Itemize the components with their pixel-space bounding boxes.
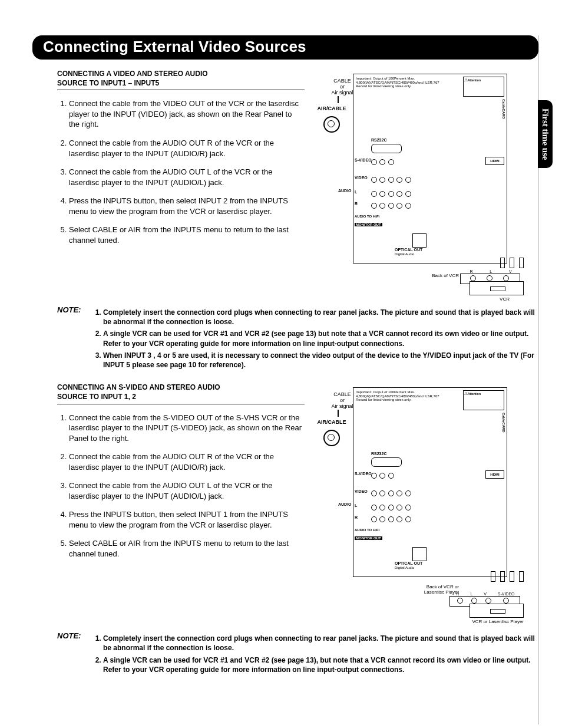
air-cable-label: AIR/CABLE [314, 419, 349, 425]
device-a: VCR [447, 281, 524, 302]
cable-l2: or [340, 397, 345, 403]
cable-l3: Air signal [331, 403, 353, 409]
step: Press the INPUTS button, then select INP… [69, 509, 305, 530]
audio-l-ports [371, 502, 411, 513]
note-label: NOTE: [57, 305, 90, 314]
output-labels: R L V [461, 269, 520, 274]
figure-a-box: CABLE or Air signal AIR/CABLE Important:… [312, 69, 524, 302]
out-l: L [470, 592, 472, 596]
antenna-icon [338, 410, 339, 417]
plugs [491, 571, 524, 582]
coax-port-icon [323, 430, 340, 446]
note-b-body: Completely insert the connection cord pl… [90, 631, 538, 677]
section-b-heading: CONNECTING AN S-VIDEO AND STEREO AUDIO S… [57, 383, 305, 404]
svideo-ports [371, 157, 394, 167]
out-r: R [456, 592, 459, 596]
section-b-text: CONNECTING AN S-VIDEO AND STEREO AUDIO S… [32, 383, 309, 567]
step: Connect the cable from the S-VIDEO OUT o… [69, 413, 305, 444]
video-ports [371, 488, 411, 499]
step: Select CABLE or AIR from the INPUTS menu… [69, 225, 305, 245]
audio-l-ports [371, 189, 411, 199]
figure-b-box: CABLE or Air signal AIR/CABLE Important:… [312, 383, 524, 624]
rs232c-label: RS232C [371, 452, 386, 456]
step: Select CABLE or AIR from the INPUTS menu… [69, 538, 305, 559]
out-v: V [509, 269, 512, 274]
output-labels: R L V S-VIDEO [451, 592, 520, 596]
note-label: NOTE: [57, 631, 90, 640]
step: Press the INPUTS button, then select INP… [69, 196, 305, 216]
audio-label: AUDIO [338, 189, 352, 193]
cable-l1: CABLE [333, 78, 351, 84]
optical-label: OPTICAL OUT Digital Audio [395, 561, 422, 569]
panel-caption: Important: Output of 100Percent Max. 4,8… [356, 390, 444, 402]
note-item: When INPUT 3 , 4 or 5 are used, it is ne… [103, 351, 538, 370]
out-v: V [484, 592, 487, 596]
heading-line: SOURCE TO INPUT 1, 2 [57, 393, 136, 401]
step: Connect the cable from the AUDIO OUT R o… [69, 138, 305, 159]
rear-panel: Important: Output of 100Percent Max. 4,8… [353, 74, 507, 263]
optical-sub: Digital Audio [395, 566, 414, 569]
audio-hifi-label: AUDIO TO HiFi [355, 215, 379, 218]
device-a-label: VCR [447, 297, 524, 302]
audio-l-label: L [355, 503, 357, 508]
svideo-label: S-VIDEO [355, 158, 372, 162]
out-svideo: S-VIDEO [498, 592, 515, 596]
optical-port-icon [412, 233, 427, 248]
step: Connect the cable from the AUDIO OUT R o… [69, 452, 305, 472]
heading-line: SOURCE TO INPUT1 – INPUT5 [57, 79, 159, 87]
heading-line: CONNECTING AN S-VIDEO AND STEREO AUDIO [57, 383, 220, 391]
svideo-ports [371, 470, 394, 481]
note-a: NOTE: Completely insert the connection c… [32, 305, 538, 372]
note-item: A single VCR can be used for VCR #1 and … [103, 655, 538, 674]
air-cable-label: AIR/CABLE [314, 106, 349, 111]
video-label: VIDEO [355, 489, 368, 493]
cable-l3: Air signal [331, 90, 353, 95]
step: Connect the cable from the VIDEO OUT of … [69, 98, 305, 130]
device-b-label: VCR or Laserdisc Player [447, 619, 524, 624]
section-b-steps: Connect the cable from the S-VIDEO OUT o… [57, 413, 305, 559]
rs232c-port-icon [371, 144, 402, 153]
out-r: R [470, 269, 472, 274]
vcr-icon [470, 281, 524, 295]
out-l: L [490, 269, 492, 274]
attention-box: ⚠Attention [463, 77, 504, 97]
video-ports [371, 174, 411, 185]
monitor-out-label: MONITOR OUT [355, 223, 382, 226]
note-item: A single VCR can be used for VCR #1 and … [103, 329, 538, 348]
side-tab: First time use [538, 100, 553, 168]
video-label: VIDEO [355, 176, 368, 180]
optical-out: OPTICAL OUT [395, 248, 422, 252]
figure-b: CABLE or Air signal AIR/CABLE Important:… [312, 383, 538, 624]
rs232c-port-icon [371, 457, 402, 467]
device-b: VCR or Laserdisc Player [447, 604, 524, 624]
plugs [500, 258, 524, 268]
page-title: Connecting External Video Sources [32, 35, 538, 60]
section-a-heading: CONNECTING A VIDEO AND STEREO AUDIO SOUR… [57, 69, 305, 90]
vcr-icon [470, 604, 524, 618]
back-of-label: Back of VCR [418, 273, 459, 278]
coax-port-icon [323, 116, 340, 133]
cablecard-label: CableCARD [502, 99, 505, 119]
hdmi-label: HDMI [485, 157, 504, 165]
svideo-label: S-VIDEO [355, 472, 372, 476]
heading-line: CONNECTING A VIDEO AND STEREO AUDIO [57, 70, 208, 78]
note-item: Completely insert the connection cord pl… [103, 308, 538, 327]
section-b: CONNECTING AN S-VIDEO AND STEREO AUDIO S… [32, 383, 538, 624]
rear-panel: Important: Output of 100Percent Max. 4,8… [353, 387, 507, 577]
page: Connecting External Video Sources First … [0, 0, 562, 728]
note-a-body: Completely insert the connection cord pl… [90, 305, 538, 372]
attention-label: Attention [468, 78, 481, 82]
panel-caption: Important: Output of 100Percent Max. 4,8… [356, 77, 444, 88]
cable-l2: or [340, 84, 345, 90]
audio-r-label: R [355, 515, 358, 519]
audio-hifi-label: AUDIO TO HiFi [355, 528, 379, 532]
audio-l-label: L [355, 190, 357, 194]
audio-r-label: R [355, 202, 358, 206]
cablecard-label: CableCARD [502, 413, 505, 433]
note-b: NOTE: Completely insert the connection c… [32, 631, 538, 677]
step: Connect the cable from the AUDIO OUT L o… [69, 167, 305, 187]
optical-out: OPTICAL OUT [395, 561, 422, 565]
attention-box: ⚠Attention [463, 390, 504, 410]
rs232c-label: RS232C [371, 138, 386, 142]
cable-l1: CABLE [333, 391, 351, 397]
